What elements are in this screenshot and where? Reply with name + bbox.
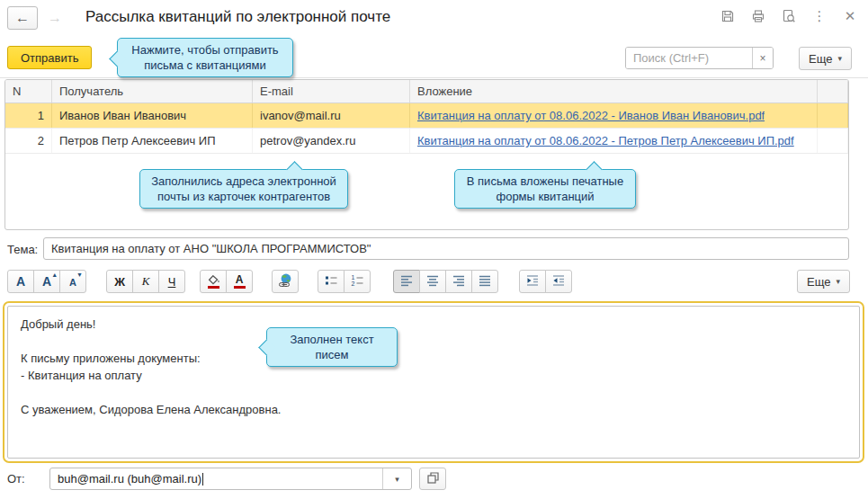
more-button-top[interactable]: Еще ▾ (799, 47, 852, 70)
table-row[interactable]: 2 Петров Петр Алексеевич ИП petrov@yande… (5, 129, 848, 154)
chevron-down-icon: ▾ (395, 475, 399, 484)
numbered-list-icon: 12 (350, 273, 364, 290)
clear-glyph: × (759, 52, 765, 65)
font-grow-button[interactable]: А▲ (33, 270, 60, 293)
indent-increase-button[interactable] (519, 270, 546, 293)
indent-increase-icon (525, 273, 540, 290)
paint-bucket-icon (207, 275, 220, 289)
cell-n: 2 (5, 129, 52, 153)
col-header-email[interactable]: E-mail (253, 80, 410, 102)
cell-email: petrov@yandex.ru (253, 129, 410, 153)
col-header-recipient[interactable]: Получатель (52, 80, 253, 102)
arrow-up-icon: ▲ (51, 272, 58, 278)
cell-extra (818, 103, 848, 128)
send-button[interactable]: Отправить (7, 46, 92, 69)
callout-body: Заполнен текст писем (266, 327, 398, 367)
open-in-window-icon (426, 471, 440, 487)
kebab-glyph: ⋮ (813, 8, 827, 24)
search-box: × (625, 47, 774, 69)
underline-letter: Ч (168, 275, 176, 289)
align-justify-button[interactable] (471, 270, 498, 293)
bullet-list-icon (324, 273, 338, 290)
red-color-bar (234, 286, 246, 289)
col-header-attachment[interactable]: Вложение (410, 80, 818, 102)
bullet-list-button[interactable] (318, 270, 345, 293)
indent-decrease-button[interactable] (545, 270, 572, 293)
close-icon[interactable]: ✕ (841, 7, 859, 25)
align-group (393, 270, 498, 293)
font-name-button[interactable]: А (7, 270, 34, 293)
font-shrink-button[interactable]: А▼ (59, 270, 86, 293)
font-letter: А (69, 277, 76, 288)
body-line: - Квитанция на оплату (21, 367, 846, 384)
text-cursor (202, 473, 203, 486)
preview-icon[interactable] (780, 7, 798, 25)
chevron-down-icon: ▾ (837, 54, 842, 63)
chevron-down-icon: ▾ (836, 277, 840, 286)
highlight-color-button[interactable] (200, 270, 227, 293)
align-justify-icon (478, 273, 492, 290)
recipients-table: N Получатель E-mail Вложение 1 Иванов Ив… (4, 79, 849, 230)
cell-extra (818, 129, 848, 153)
list-group: 12 (318, 270, 371, 293)
indent-group (519, 270, 572, 293)
mail-body-editor[interactable]: Добрый день! К письму приложены документ… (7, 306, 860, 459)
attachment-link[interactable]: Квитанция на оплату от 08.06.2022 - Петр… (417, 134, 794, 147)
cell-n: 1 (5, 103, 52, 128)
page-title: Рассылка квитанций по электронной почте (85, 8, 390, 26)
red-color-bar (208, 286, 219, 289)
align-left-button[interactable] (393, 270, 420, 293)
subject-row: Тема: (0, 237, 868, 262)
callout-send: Нажмите, чтобы отправить письма с квитан… (117, 38, 293, 77)
bold-button[interactable]: Ж (106, 270, 133, 293)
window-icons: ⋮ ✕ (719, 7, 859, 25)
link-group (272, 270, 299, 293)
svg-text:1: 1 (352, 274, 355, 281)
app-window: ← → Рассылка квитанций по электронной по… (0, 0, 868, 499)
align-right-button[interactable] (445, 270, 472, 293)
forward-button[interactable]: → (40, 6, 70, 30)
search-input[interactable] (626, 48, 752, 68)
cell-recipient: Петров Петр Алексеевич ИП (52, 129, 253, 153)
font-color-button[interactable]: А (226, 270, 253, 293)
combo-dropdown-button[interactable]: ▾ (382, 468, 411, 489)
align-center-button[interactable] (419, 270, 446, 293)
cell-email: ivanov@mail.ru (253, 103, 410, 128)
callout-body-text: Заполнен текст писем (276, 332, 388, 362)
attachment-link[interactable]: Квитанция на оплату от 08.06.2022 - Иван… (417, 109, 765, 122)
save-icon[interactable] (719, 7, 737, 25)
callout-emails: Заполнились адреса электронной почты из … (139, 169, 348, 209)
subject-label: Тема: (7, 243, 38, 256)
more-menu-icon[interactable]: ⋮ (810, 7, 828, 25)
bold-letter: Ж (114, 275, 125, 289)
svg-text:2: 2 (352, 281, 355, 287)
font-letter: А (16, 275, 25, 288)
numbered-list-button[interactable]: 12 (344, 270, 371, 293)
col-header-extra (818, 80, 848, 102)
subject-input[interactable] (43, 237, 849, 260)
body-line (21, 384, 846, 401)
print-icon[interactable] (749, 7, 767, 25)
forward-arrow-icon: → (48, 10, 62, 26)
title-bar: ← → Рассылка квитанций по электронной по… (0, 0, 868, 36)
italic-button[interactable]: К (132, 270, 159, 293)
col-header-n[interactable]: N (5, 80, 52, 102)
callout-send-text: Нажмите, чтобы отправить письма с квитан… (127, 42, 283, 73)
open-from-button[interactable] (419, 468, 446, 490)
callout-attachments: В письма вложены печатные формы квитанци… (454, 169, 636, 209)
arrow-down-icon: ▼ (76, 272, 83, 278)
back-button[interactable]: ← (7, 6, 38, 30)
search-clear-icon[interactable]: × (752, 48, 773, 68)
table-row[interactable]: 1 Иванов Иван Иванович ivanov@mail.ru Кв… (5, 103, 848, 129)
cell-recipient: Иванов Иван Иванович (52, 103, 253, 128)
body-line: С уважением, Сидорова Елена Александровн… (21, 401, 846, 418)
insert-hyperlink-button[interactable] (272, 270, 299, 293)
align-left-icon (399, 273, 414, 290)
underline-button[interactable]: Ч (158, 270, 185, 293)
more-button-editor[interactable]: Еще ▾ (797, 270, 850, 293)
font-letter: А (42, 274, 51, 289)
body-line (21, 333, 846, 350)
globe-link-icon (278, 272, 293, 290)
body-line: Добрый день! (21, 316, 846, 333)
from-combobox[interactable]: buh@mail.ru (buh@mail.ru) ▾ (49, 468, 412, 490)
